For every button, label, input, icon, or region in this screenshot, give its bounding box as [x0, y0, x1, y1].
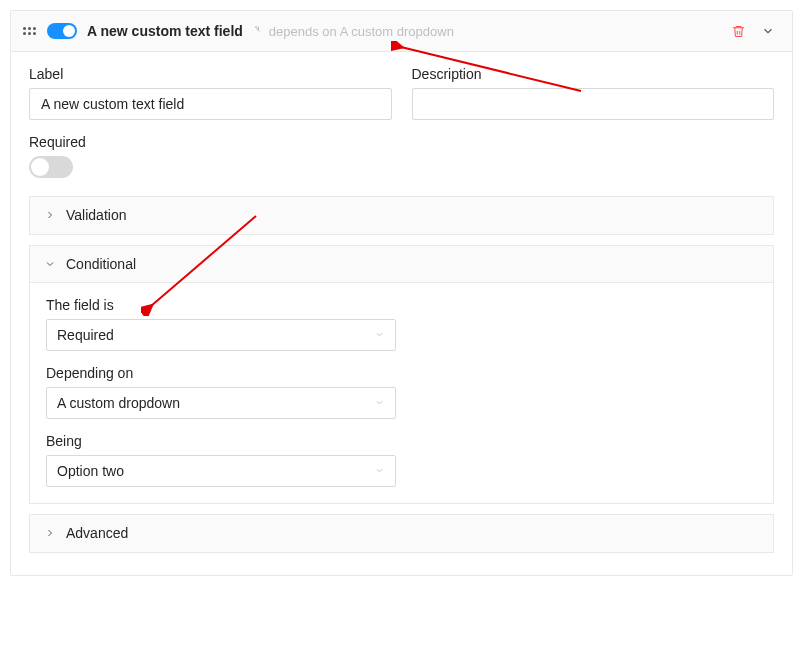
chevron-down-icon: [374, 395, 385, 411]
depending-on-value: A custom dropdown: [57, 395, 180, 411]
validation-panel-title: Validation: [66, 207, 126, 223]
description-label: Description: [412, 66, 775, 82]
field-title: A new custom text field: [87, 23, 243, 39]
drag-handle-icon[interactable]: [23, 23, 37, 39]
depends-on-text: depends on A custom dropdown: [269, 24, 454, 39]
description-input[interactable]: [412, 88, 775, 120]
conditional-panel: Conditional The field is Required Depend…: [29, 245, 774, 504]
conditional-panel-title: Conditional: [66, 256, 136, 272]
required-toggle[interactable]: [29, 156, 73, 178]
conditional-panel-header[interactable]: Conditional: [30, 246, 773, 283]
delete-button[interactable]: [726, 19, 750, 43]
chevron-right-icon: [44, 527, 56, 539]
field-is-label: The field is: [46, 297, 757, 313]
advanced-panel-header[interactable]: Advanced: [30, 515, 773, 552]
chevron-down-icon: [761, 24, 775, 38]
depending-on-label: Depending on: [46, 365, 757, 381]
being-label: Being: [46, 433, 757, 449]
card-body: Label Description Required Validation: [11, 52, 792, 575]
depending-on-select[interactable]: A custom dropdown: [46, 387, 396, 419]
collapse-button[interactable]: [756, 19, 780, 43]
being-value: Option two: [57, 463, 124, 479]
required-label: Required: [29, 134, 774, 150]
chevron-right-icon: [44, 209, 56, 221]
advanced-panel-title: Advanced: [66, 525, 128, 541]
conditional-panel-body: The field is Required Depending on A cus…: [30, 283, 773, 503]
label-label: Label: [29, 66, 392, 82]
conditional-icon: [253, 25, 265, 37]
advanced-panel: Advanced: [29, 514, 774, 553]
validation-panel: Validation: [29, 196, 774, 235]
field-editor-card: A new custom text field depends on A cus…: [10, 10, 793, 576]
field-is-select[interactable]: Required: [46, 319, 396, 351]
depends-on-indicator: depends on A custom dropdown: [253, 24, 454, 39]
card-header: A new custom text field depends on A cus…: [11, 11, 792, 52]
chevron-down-icon: [374, 463, 385, 479]
field-is-value: Required: [57, 327, 114, 343]
validation-panel-header[interactable]: Validation: [30, 197, 773, 234]
enabled-toggle[interactable]: [47, 23, 77, 39]
chevron-down-icon: [374, 327, 385, 343]
being-select[interactable]: Option two: [46, 455, 396, 487]
trash-icon: [731, 24, 746, 39]
label-input[interactable]: [29, 88, 392, 120]
chevron-down-icon: [44, 258, 56, 270]
